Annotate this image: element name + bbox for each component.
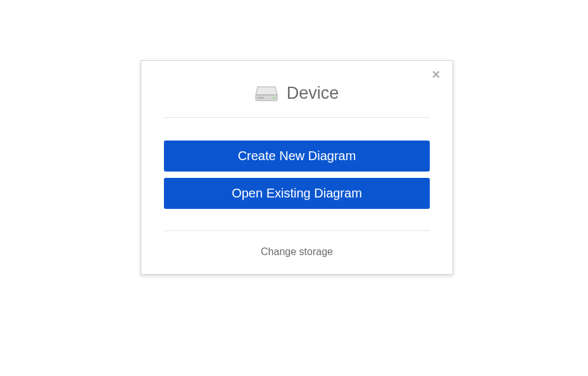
dialog-footer: Change storage bbox=[164, 231, 430, 258]
dialog-header: Device bbox=[164, 72, 430, 118]
open-existing-diagram-button[interactable]: Open Existing Diagram bbox=[164, 178, 430, 209]
svg-point-2 bbox=[273, 97, 275, 99]
button-group: Create New Diagram Open Existing Diagram bbox=[164, 118, 430, 231]
close-button[interactable]: × bbox=[430, 68, 442, 81]
dialog-title: Device bbox=[287, 84, 339, 103]
device-icon bbox=[255, 85, 278, 102]
close-icon: × bbox=[432, 68, 441, 82]
storage-dialog: × Device Create New Diagram Open Existin… bbox=[141, 60, 453, 275]
create-new-diagram-button[interactable]: Create New Diagram bbox=[164, 141, 430, 172]
change-storage-link[interactable]: Change storage bbox=[261, 246, 333, 257]
svg-rect-1 bbox=[258, 97, 264, 99]
